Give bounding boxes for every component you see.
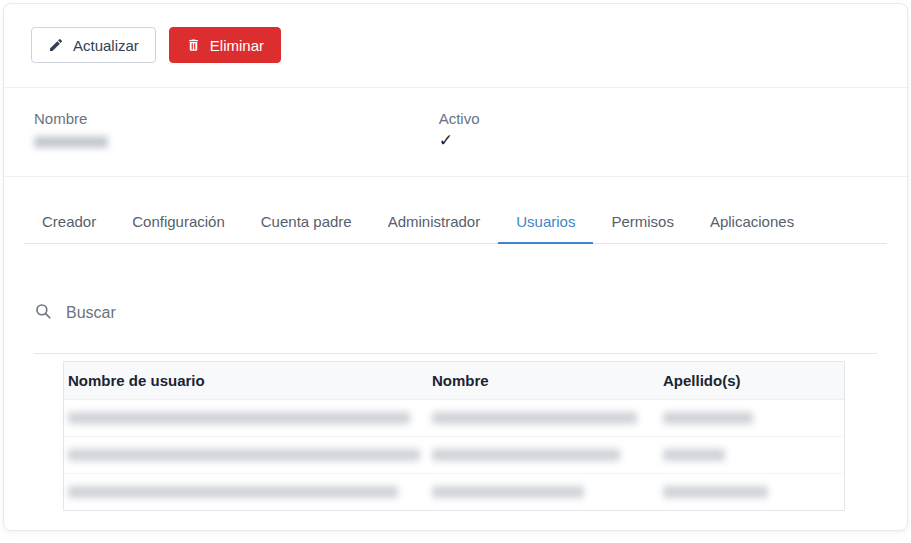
check-icon: ✓ <box>439 132 844 149</box>
redacted-text <box>663 412 753 424</box>
redacted-text <box>432 412 637 424</box>
table-row[interactable] <box>64 474 844 511</box>
redacted-text <box>663 486 768 498</box>
users-table: Nombre de usuarioNombreApellido(s) <box>63 361 845 511</box>
redacted-text <box>68 486 398 498</box>
search-icon <box>34 302 52 323</box>
name-label: Nombre <box>34 110 439 127</box>
table-row[interactable] <box>64 437 844 474</box>
redacted-cell <box>64 400 428 437</box>
active-label: Activo <box>439 110 844 127</box>
column-header-nombre-de-usuario: Nombre de usuario <box>64 362 428 400</box>
active-field: Activo ✓ <box>439 110 844 149</box>
tab-aplicaciones[interactable]: Aplicaciones <box>692 204 812 243</box>
redacted-cell <box>428 400 659 437</box>
tab-cuenta-padre[interactable]: Cuenta padre <box>243 204 370 243</box>
toolbar: Actualizar Eliminar <box>4 4 907 88</box>
redacted-text <box>432 486 584 498</box>
tab-bar: CreadorConfiguraciónCuenta padreAdminist… <box>24 177 887 244</box>
tab-configuracion[interactable]: Configuración <box>114 204 243 243</box>
search-input[interactable] <box>66 304 877 322</box>
users-table-body <box>64 400 844 511</box>
redacted-cell <box>64 474 428 511</box>
delete-button-label: Eliminar <box>210 37 264 54</box>
redacted-cell <box>659 400 844 437</box>
tab-creador[interactable]: Creador <box>24 204 114 243</box>
column-header-nombre: Nombre <box>428 362 659 400</box>
redacted-cell <box>64 437 428 474</box>
name-field: Nombre <box>34 110 439 149</box>
redacted-text <box>432 449 620 461</box>
redacted-text <box>663 449 725 461</box>
tab-usuarios[interactable]: Usuarios <box>498 204 593 244</box>
redacted-text <box>68 412 410 424</box>
tab-permisos[interactable]: Permisos <box>593 204 692 243</box>
redacted-cell <box>428 437 659 474</box>
search-bar <box>34 302 877 354</box>
update-button[interactable]: Actualizar <box>31 27 156 63</box>
update-button-label: Actualizar <box>73 37 139 54</box>
column-header-apellido(s): Apellido(s) <box>659 362 844 400</box>
tab-content: Nombre de usuarioNombreApellido(s) <box>4 302 907 511</box>
tab-administrador[interactable]: Administrador <box>370 204 499 243</box>
users-table-header-row: Nombre de usuarioNombreApellido(s) <box>64 362 844 400</box>
redacted-cell <box>428 474 659 511</box>
trash-icon <box>186 37 201 53</box>
account-info-section: Nombre Activo ✓ <box>4 88 907 177</box>
redacted-cell <box>659 437 844 474</box>
delete-button[interactable]: Eliminar <box>169 27 281 63</box>
redacted-text <box>68 449 420 461</box>
pencil-icon <box>48 37 64 53</box>
account-detail-card: Actualizar Eliminar Nombre Activo ✓ Crea… <box>3 3 908 531</box>
redacted-cell <box>659 474 844 511</box>
name-value-redacted <box>34 136 108 148</box>
table-row[interactable] <box>64 400 844 437</box>
